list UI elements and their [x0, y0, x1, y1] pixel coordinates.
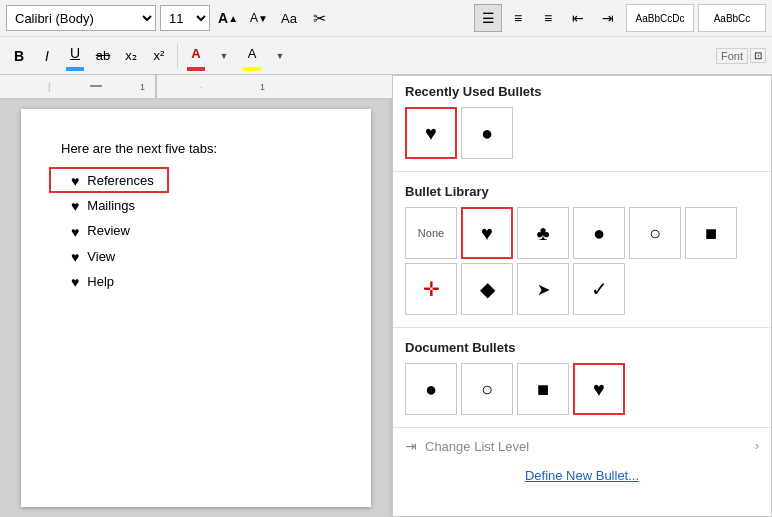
numbered-list-icon[interactable]: ≡ — [504, 4, 532, 32]
font-size-select[interactable]: 11 — [160, 5, 210, 31]
dropdown-arrow-font-color[interactable]: ▼ — [211, 43, 237, 69]
define-new-bullet-label: Define New Bullet... — [525, 468, 639, 483]
underline-color-indicator — [66, 67, 84, 71]
define-new-bullet-link[interactable]: Define New Bullet... — [393, 460, 771, 491]
toolbar-row1: Calibri (Body) 11 A▲ A▼ Aa ✂ ☰ ≡ ≡ ⇤ ⇥ A… — [0, 0, 772, 37]
library-cross[interactable]: ✛ — [405, 263, 457, 315]
library-filled-circle[interactable]: ● — [573, 207, 625, 259]
library-square[interactable]: ■ — [685, 207, 737, 259]
doc-bullet-square[interactable]: ■ — [517, 363, 569, 415]
bullet-list: ♥ References ♥ Mailings ♥ Review ♥ — [61, 170, 331, 294]
separator — [177, 44, 178, 68]
recent-bullet-heart[interactable]: ♥ — [405, 107, 457, 159]
italic-button[interactable]: I — [34, 43, 60, 69]
bullet-symbol-2: ♥ — [71, 221, 79, 243]
library-heart[interactable]: ♥ — [461, 207, 513, 259]
font-color-indicator — [187, 67, 205, 71]
list-item-label-2: Review — [87, 221, 130, 242]
highlight-color-indicator — [243, 67, 261, 71]
style-preview-1[interactable]: AaBbCcDc — [626, 4, 694, 32]
intro-text: Here are the next five tabs: — [61, 139, 331, 160]
ruler: | 1 · 1 — [0, 75, 392, 99]
font-section-expand[interactable]: Font — [716, 48, 748, 64]
doc-bullet-filled-circle[interactable]: ● — [405, 363, 457, 415]
toolbar: Calibri (Body) 11 A▲ A▼ Aa ✂ ☰ ≡ ≡ ⇤ ⇥ A… — [0, 0, 772, 75]
bullet-dropdown-panel: Recently Used Bullets ♥ ● Bullet Library… — [392, 75, 772, 517]
library-arrow[interactable]: ➤ — [517, 263, 569, 315]
bullet-symbol-0: ♥ — [71, 170, 79, 192]
list-item: ♥ Mailings — [71, 195, 331, 217]
dropdown-arrow-highlight[interactable]: ▼ — [267, 43, 293, 69]
underline-button[interactable]: U — [62, 40, 88, 66]
document-page: Here are the next five tabs: ♥ Reference… — [21, 109, 371, 507]
document-bullets-title: Document Bullets — [393, 332, 771, 359]
highlight-button[interactable]: A — [239, 40, 265, 66]
list-item: ♥ Review — [71, 221, 331, 243]
divider-2 — [393, 327, 771, 328]
doc-bullet-open-circle[interactable]: ○ — [461, 363, 513, 415]
recent-bullet-circle[interactable]: ● — [461, 107, 513, 159]
list-item-label-4: Help — [87, 272, 114, 293]
list-item-label-1: Mailings — [87, 196, 135, 217]
main-area: | 1 · 1 Here are the next five tabs: ♥ R… — [0, 75, 772, 517]
subscript-button[interactable]: x₂ — [118, 43, 144, 69]
font-dialog-launcher[interactable]: ⊡ — [750, 48, 766, 63]
document-area: | 1 · 1 Here are the next five tabs: ♥ R… — [0, 75, 392, 517]
change-level-icon: ⇥ — [405, 438, 417, 454]
bullet-list-icon[interactable]: ☰ — [474, 4, 502, 32]
font-name-select[interactable]: Calibri (Body) — [6, 5, 156, 31]
document-bullets-grid: ● ○ ■ ♥ — [393, 359, 771, 423]
library-club[interactable]: ♣ — [517, 207, 569, 259]
change-list-level-row: ⇥ Change List Level › — [393, 432, 771, 460]
bullet-library-title: Bullet Library — [393, 176, 771, 203]
ruler-cursor — [155, 75, 157, 98]
page-container: Here are the next five tabs: ♥ Reference… — [0, 99, 392, 517]
bullet-symbol-4: ♥ — [71, 271, 79, 293]
library-none[interactable]: None — [405, 207, 457, 259]
divider-1 — [393, 171, 771, 172]
list-item: ♥ References — [71, 170, 331, 192]
list-item-label-0: References — [87, 171, 153, 192]
font-color-button[interactable]: A — [183, 40, 209, 66]
recently-used-grid: ♥ ● — [393, 103, 771, 167]
recently-used-title: Recently Used Bullets — [393, 76, 771, 103]
bullet-symbol-1: ♥ — [71, 195, 79, 217]
shrink-font-button[interactable]: A▼ — [246, 5, 272, 31]
list-item-label-3: View — [87, 247, 115, 268]
grow-font-button[interactable]: A▲ — [214, 5, 242, 31]
clear-formatting-button[interactable]: ✂ — [306, 5, 332, 31]
library-diamond[interactable]: ◆ — [461, 263, 513, 315]
bold-button[interactable]: B — [6, 43, 32, 69]
multilevel-list-icon[interactable]: ≡ — [534, 4, 562, 32]
change-level-label: Change List Level — [425, 439, 529, 454]
list-item: ♥ View — [71, 246, 331, 268]
indent-increase-icon[interactable]: ⇥ — [594, 4, 622, 32]
style-preview-2[interactable]: AaBbCc — [698, 4, 766, 32]
bullet-symbol-3: ♥ — [71, 246, 79, 268]
indent-decrease-icon[interactable]: ⇤ — [564, 4, 592, 32]
change-level-chevron: › — [755, 439, 759, 453]
doc-bullet-heart[interactable]: ♥ — [573, 363, 625, 415]
change-case-button[interactable]: Aa — [276, 5, 302, 31]
divider-3 — [393, 427, 771, 428]
superscript-button[interactable]: x² — [146, 43, 172, 69]
list-item: ♥ Help — [71, 271, 331, 293]
toolbar-row2: B I U ab x₂ x² A ▼ A ▼ Font ⊡ — [0, 37, 772, 74]
bullet-library-grid: None ♥ ♣ ● ○ ■ ✛ ◆ ➤ ✓ — [393, 203, 771, 323]
strikethrough-button[interactable]: ab — [90, 43, 116, 69]
library-open-circle[interactable]: ○ — [629, 207, 681, 259]
library-checkmark[interactable]: ✓ — [573, 263, 625, 315]
